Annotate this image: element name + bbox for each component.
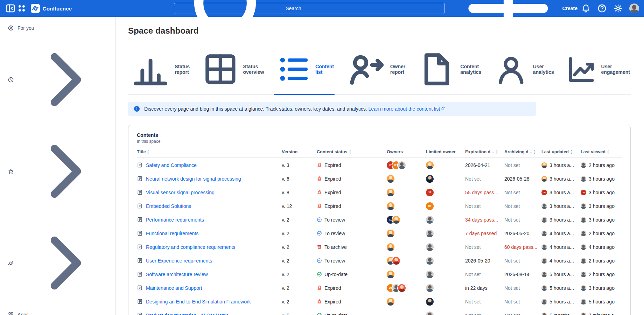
limited-owner-avatar: [426, 312, 434, 315]
user-avatar[interactable]: [629, 4, 639, 13]
bell-icon: [581, 4, 591, 13]
collapse-sidebar-button[interactable]: [5, 3, 16, 14]
version-cell: v. 12: [282, 203, 317, 209]
table-row: Maintenance and Support v. 2 Expired DT …: [137, 281, 622, 295]
topbar-actions: [581, 4, 639, 13]
page-title-link[interactable]: Neural network design for signal process…: [146, 176, 241, 182]
archiving-date-cell: 60 days pass...: [504, 244, 541, 250]
sidebar-item-recent[interactable]: Recent: [4, 34, 111, 125]
learn-more-link[interactable]: Learn more about the content list: [368, 106, 440, 112]
column-header-last-updated[interactable]: Last updated: [541, 149, 581, 154]
page-icon: [137, 312, 143, 315]
banner-text: Discover every page and blog in this spa…: [144, 106, 445, 112]
owner-avatar: [398, 161, 406, 169]
column-header-expiration-d[interactable]: Expiration d...: [465, 149, 504, 154]
table-row: Designing an End-to-End Simulation Frame…: [137, 295, 622, 308]
limited-owner-cell: [426, 216, 465, 224]
content-status-cell: Expired: [317, 299, 387, 304]
last-updated-cell: 3 hours a...: [541, 203, 581, 209]
card-subtitle: In this space: [137, 139, 622, 144]
sidebar-item-for-you[interactable]: For you: [4, 22, 111, 34]
page-title-link[interactable]: Performance requirements: [146, 217, 204, 223]
star-icon: [8, 168, 14, 175]
version-cell: v. 2: [282, 258, 317, 264]
column-header-content-status[interactable]: Content status: [317, 149, 387, 154]
app-switcher-button[interactable]: [16, 3, 27, 14]
limited-owner-avatar: [426, 175, 434, 183]
limited-owner-avatar: [426, 271, 434, 278]
settings-button[interactable]: [613, 4, 623, 13]
sidebar-item-apps[interactable]: Apps: [4, 309, 111, 315]
last-updated-cell: 4 hours a...: [541, 244, 581, 250]
owner-avatar: [398, 284, 406, 292]
status-expired-icon: [317, 203, 322, 209]
page-title-link[interactable]: Safety and Compliance: [146, 162, 197, 168]
version-cell: v. 6: [282, 176, 317, 182]
last-updated-cell: 3 hours a...: [541, 176, 581, 182]
global-search[interactable]: [174, 3, 444, 14]
owners-cell: [387, 271, 426, 278]
limited-owner-cell: [426, 271, 465, 278]
panel-left-icon: [5, 3, 16, 14]
contents-card: Contents In this space Title Version Con…: [128, 125, 631, 315]
page-title-link[interactable]: Regulatory and compliance requirements: [146, 244, 235, 250]
page-title-link[interactable]: Embedded Solutions: [146, 203, 191, 209]
expiration-date-cell: Not set: [465, 244, 504, 250]
expiration-date-cell: Not set: [465, 272, 504, 277]
expiration-date-cell: Not set: [465, 299, 504, 304]
page-title-link[interactable]: User Experience requirements: [146, 258, 212, 264]
version-cell: v. 3: [282, 162, 317, 168]
version-cell: v. 2: [282, 217, 317, 223]
column-header-limited-owner: Limited owner: [426, 149, 465, 154]
last-updated-cell: 5 hours a...: [541, 272, 581, 277]
column-header-last-viewed[interactable]: Last viewed: [581, 149, 622, 154]
last-viewed-cell: JP3 hours ago: [581, 190, 622, 195]
page-icon: [137, 271, 143, 277]
card-title: Contents: [137, 132, 622, 138]
tab-status-overview[interactable]: Status overview: [200, 48, 265, 94]
external-link-icon: [441, 106, 445, 111]
version-cell: v. 2: [282, 231, 317, 236]
updater-avatar: [541, 272, 547, 277]
limited-owner-avatar: [426, 216, 434, 224]
page-icon: [137, 217, 143, 223]
expiration-date-cell: Not set: [465, 203, 504, 209]
updater-avatar: [541, 244, 547, 250]
tab-content-list[interactable]: Content list: [274, 48, 334, 94]
expiration-date-cell: Not set: [465, 313, 504, 315]
sidebar-item-starred[interactable]: Starred: [4, 126, 111, 217]
content-status-cell: To review: [317, 231, 387, 236]
archiving-date-cell: Not set: [504, 203, 541, 209]
page-title-link[interactable]: Functional requirements: [146, 231, 198, 236]
page-title-link[interactable]: Product documentation - AI Car Home: [146, 313, 229, 315]
tab-content-analytics[interactable]: Content analytics: [415, 48, 482, 94]
status-up-to-date-icon: [317, 313, 322, 315]
tab-user-engagement[interactable]: User engagement: [564, 48, 631, 94]
page-title-link[interactable]: Software architecture review: [146, 272, 208, 277]
column-header-title[interactable]: Title: [137, 149, 282, 154]
table-row: Safety and Compliance v. 3 Expired JPDT …: [137, 158, 622, 172]
confluence-home-link[interactable]: Confluence: [31, 4, 72, 13]
apps-icon: [8, 312, 14, 315]
tab-status-report[interactable]: Status report: [128, 48, 190, 94]
help-button[interactable]: [597, 4, 607, 13]
page-title-link[interactable]: Visual sensor signal processing: [146, 190, 215, 195]
viewer-avatar: [581, 272, 586, 277]
content-status-cell: Up-to-date: [317, 272, 387, 277]
owner-report-icon: [344, 48, 388, 91]
limited-owner-avatar: DT: [426, 202, 434, 210]
owner-avatar: [392, 216, 400, 224]
search-input[interactable]: [286, 6, 441, 11]
confluence-app: Confluence Create For you: [0, 0, 644, 315]
tab-user-analytics[interactable]: User analytics: [491, 48, 554, 94]
column-header-archiving-d[interactable]: Archiving d...: [504, 149, 541, 154]
tab-owner-report[interactable]: Owner report: [344, 48, 406, 94]
notifications-button[interactable]: [581, 4, 591, 13]
archiving-date-cell: Not set: [504, 162, 541, 168]
sidebar-item-spaces[interactable]: Spaces: [4, 217, 111, 309]
page-title-link[interactable]: Maintenance and Support: [146, 285, 202, 291]
limited-owner-cell: [426, 312, 465, 315]
limited-owner-avatar: [426, 257, 434, 265]
last-viewed-cell: 2 hours ago: [581, 272, 622, 277]
page-title-link[interactable]: Designing an End-to-End Simulation Frame…: [146, 299, 251, 304]
